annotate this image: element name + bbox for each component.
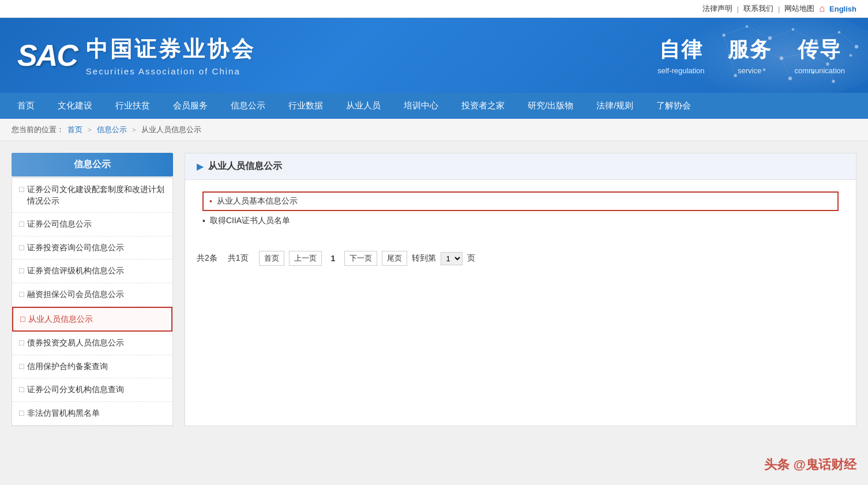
sidebar-item-credit-rating[interactable]: □ 证券资信评级机构信息公示 — [12, 260, 172, 283]
english-link[interactable]: English — [829, 5, 856, 13]
sidebar-item-label-0: 证券公司文化建设配套制度和改进计划情况公示 — [27, 184, 166, 206]
slogan-self-regulation: 自律 self-regulation — [646, 30, 716, 81]
main-content: ▶ 从业人员信息公示 • 从业人员基本信息公示 • 取得CIIA证书人员名单 共… — [185, 153, 856, 426]
nav-info[interactable]: 信息公示 — [219, 93, 277, 119]
sidebar-item-branch-query[interactable]: □ 证券公司分支机构信息查询 — [12, 378, 172, 402]
sidebar: 信息公示 □ 证券公司文化建设配套制度和改进计划情况公示 □ 证券公司信息公示 … — [12, 153, 173, 426]
nav-culture[interactable]: 文化建设 — [46, 93, 104, 119]
header-logo[interactable]: SAC 中国证券业协会 Securities Association of Ch… — [0, 23, 273, 88]
content-wrapper: 信息公示 □ 证券公司文化建设配套制度和改进计划情况公示 □ 证券公司信息公示 … — [0, 141, 868, 438]
sidebar-title: 信息公示 — [12, 153, 173, 176]
section-title: 从业人员信息公示 — [208, 160, 282, 172]
nav-about[interactable]: 了解协会 — [645, 93, 702, 119]
slogan-en-0: self-regulation — [657, 66, 705, 75]
sidebar-item-blacklist[interactable]: □ 非法仿冒机构黑名单 — [12, 402, 172, 426]
nav-training[interactable]: 培训中心 — [392, 93, 450, 119]
sep2: | — [778, 5, 780, 13]
nav-practitioners[interactable]: 从业人员 — [335, 93, 392, 119]
sac-logo-text: SAC — [17, 38, 77, 73]
prev-page-button[interactable]: 上一页 — [289, 251, 322, 266]
collapse-icon-3: □ — [19, 266, 24, 275]
sidebar-item-label-8: 证券公司分支机构信息查询 — [27, 384, 166, 396]
collapse-icon-4: □ — [19, 290, 24, 299]
list-item-ciia[interactable]: • 取得CIIA证书人员名单 — [202, 211, 839, 231]
sidebar-item-credit-protection[interactable]: □ 信用保护合约备案查询 — [12, 355, 172, 379]
breadcrumb-info[interactable]: 信息公示 — [97, 125, 127, 135]
slogan-en-1: service — [738, 66, 761, 75]
nav-poverty[interactable]: 行业扶贫 — [104, 93, 161, 119]
nav-investor[interactable]: 投资者之家 — [450, 93, 516, 119]
list-item-label-1: 取得CIIA证书人员名单 — [210, 216, 290, 226]
slogan-communication: 传导 communication — [783, 30, 856, 81]
header-title: 中国证券业协会 Securities Association of China — [86, 35, 255, 76]
pagination-bar: 共2条 共1页 首页 上一页 1 下一页 尾页 转到第 1 页 — [185, 242, 856, 275]
collapse-icon-2: □ — [19, 243, 24, 252]
sitemap-link[interactable]: 网站地图 — [784, 3, 814, 14]
list-item-basic-info[interactable]: • 从业人员基本信息公示 — [202, 191, 839, 211]
list-item-label-0: 从业人员基本信息公示 — [217, 196, 298, 206]
sep1: | — [737, 5, 739, 13]
top-bar: 法律声明 | 联系我们 | 网站地图 ⌂ English — [0, 0, 868, 18]
collapse-icon-7: □ — [19, 362, 24, 371]
top-bar-links: 法律声明 | 联系我们 | 网站地图 ⌂ English — [702, 3, 856, 14]
bullet-1: • — [202, 216, 205, 225]
last-page-button[interactable]: 尾页 — [382, 251, 407, 266]
legal-link[interactable]: 法律声明 — [702, 3, 732, 14]
sidebar-item-label-5: 从业人员信息公示 — [28, 314, 164, 325]
sidebar-item-label-1: 证券公司信息公示 — [27, 219, 166, 230]
slogan-en-2: communication — [795, 66, 845, 75]
nav-member[interactable]: 会员服务 — [161, 93, 219, 119]
slogan-service: 服务 service — [716, 30, 783, 81]
sidebar-item-label-4: 融资担保公司会员信息公示 — [27, 289, 166, 300]
sidebar-item-label-6: 债券投资交易人员信息公示 — [27, 337, 166, 349]
page-select[interactable]: 1 — [441, 252, 463, 265]
sidebar-item-label-3: 证券资信评级机构信息公示 — [27, 265, 166, 277]
current-page: 1 — [326, 252, 340, 265]
slogan-cn-0: 自律 — [659, 36, 703, 64]
sidebar-item-company-info[interactable]: □ 证券公司信息公示 — [12, 213, 172, 236]
sidebar-item-label-7: 信用保护合约备案查询 — [27, 361, 166, 373]
section-header: ▶ 从业人员信息公示 — [185, 153, 856, 180]
sidebar-item-label-9: 非法仿冒机构黑名单 — [27, 408, 166, 419]
header: SAC 中国证券业协会 Securities Association of Ch… — [0, 18, 868, 93]
bullet-0: • — [209, 197, 212, 206]
nav-home[interactable]: 首页 — [6, 93, 46, 119]
sidebar-item-guarantee[interactable]: □ 融资担保公司会员信息公示 — [12, 283, 172, 307]
breadcrumb-current: 从业人员信息公示 — [141, 125, 201, 135]
home-icon: ⌂ — [819, 3, 825, 14]
sidebar-item-bond-traders[interactable]: □ 债券投资交易人员信息公示 — [12, 332, 172, 355]
section-arrow-icon: ▶ — [197, 161, 204, 172]
breadcrumb-prefix: 您当前的位置： — [12, 125, 64, 135]
nav-legal[interactable]: 法律/规则 — [585, 93, 645, 119]
collapse-icon-5: □ — [20, 314, 25, 324]
goto-suffix: 页 — [467, 253, 475, 264]
contact-link[interactable]: 联系我们 — [743, 3, 773, 14]
main-nav: 首页 文化建设 行业扶贫 会员服务 信息公示 行业数据 从业人员 培训中心 投资… — [0, 93, 868, 119]
total-pages: 共1页 — [228, 253, 249, 264]
first-page-button[interactable]: 首页 — [259, 251, 284, 266]
collapse-icon-6: □ — [19, 338, 24, 347]
sidebar-item-culture-system[interactable]: □ 证券公司文化建设配套制度和改进计划情况公示 — [12, 178, 172, 213]
total-records: 共2条 — [197, 253, 217, 264]
slogan-cn-1: 服务 — [728, 36, 772, 64]
collapse-icon-8: □ — [19, 385, 24, 394]
sidebar-item-investment-consulting[interactable]: □ 证券投资咨询公司信息公示 — [12, 236, 172, 260]
breadcrumb: 您当前的位置： 首页 ＞ 信息公示 ＞ 从业人员信息公示 — [0, 119, 868, 141]
header-slogans: 自律 self-regulation 服务 service 传导 communi… — [646, 30, 868, 81]
slogan-cn-2: 传导 — [798, 36, 841, 64]
sidebar-item-label-2: 证券投资咨询公司信息公示 — [27, 242, 166, 254]
content-list: • 从业人员基本信息公示 • 取得CIIA证书人员名单 — [185, 180, 856, 242]
breadcrumb-sep2: ＞ — [130, 125, 138, 135]
org-en-name: Securities Association of China — [86, 66, 255, 76]
next-page-button[interactable]: 下一页 — [344, 251, 377, 266]
breadcrumb-sep1: ＞ — [86, 125, 93, 135]
nav-data[interactable]: 行业数据 — [277, 93, 335, 119]
collapse-icon-0: □ — [19, 185, 24, 194]
org-cn-name: 中国证券业协会 — [86, 35, 255, 64]
sidebar-item-practitioners[interactable]: □ 从业人员信息公示 — [12, 307, 172, 332]
goto-prefix: 转到第 — [412, 253, 436, 264]
collapse-icon-9: □ — [19, 408, 24, 418]
sidebar-menu: □ 证券公司文化建设配套制度和改进计划情况公示 □ 证券公司信息公示 □ 证券投… — [12, 178, 173, 426]
nav-research[interactable]: 研究/出版物 — [516, 93, 585, 119]
breadcrumb-home[interactable]: 首页 — [67, 125, 82, 135]
